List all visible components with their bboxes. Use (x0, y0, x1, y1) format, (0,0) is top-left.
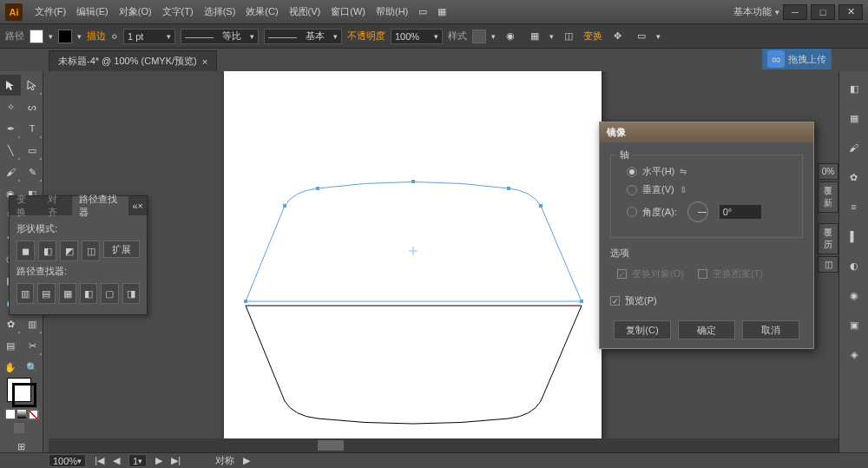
intersect-btn[interactable]: ◩ (60, 241, 78, 261)
tab-pathfinder[interactable]: 路径查找器 (72, 196, 129, 215)
transform-label[interactable]: 变换 (583, 30, 602, 43)
stroke-profile-select[interactable]: ———等比▾ (181, 29, 259, 44)
hand-tool[interactable]: ✋ (0, 357, 21, 378)
transform-icon2[interactable]: ▭ (632, 27, 651, 46)
trim-btn[interactable]: ▤ (37, 283, 55, 304)
stroke-label[interactable]: 描边 (87, 30, 106, 43)
graph-tool[interactable]: ▥ (22, 313, 43, 334)
close-tab-icon[interactable]: × (202, 56, 207, 67)
window-minimize[interactable]: ─ (783, 4, 807, 20)
opacity-label[interactable]: 不透明度 (347, 30, 385, 43)
angle-dial[interactable] (687, 201, 708, 222)
layers-panel-icon[interactable]: ◈ (844, 344, 865, 365)
nav-prev-icon[interactable]: ◀ (113, 455, 120, 466)
workspace-switcher[interactable]: 基本功能 (733, 5, 772, 18)
menu-icon-2[interactable]: ▦ (432, 3, 451, 22)
stroke-chevron-icon[interactable]: ▾ (77, 32, 82, 41)
side-label-2[interactable]: 覆历 (818, 223, 838, 254)
expand-btn[interactable]: 扩展 (103, 241, 140, 258)
recolor-icon[interactable]: ◉ (501, 27, 520, 46)
stroke-panel-icon[interactable]: ≡ (844, 196, 865, 217)
screen-mode-btn[interactable] (14, 423, 24, 433)
minus-back-btn[interactable]: ◨ (122, 283, 140, 304)
gradient-panel-icon[interactable]: ▌ (844, 226, 865, 247)
align-icon[interactable]: ▦ (525, 27, 544, 46)
menu-edit[interactable]: 编辑(E) (71, 0, 114, 24)
menu-file[interactable]: 文件(F) (30, 0, 71, 24)
copy-button[interactable]: 复制(C) (614, 320, 671, 339)
menu-window[interactable]: 窗口(W) (326, 0, 371, 24)
selected-path[interactable] (246, 182, 582, 302)
ok-button[interactable]: 确定 (678, 320, 735, 339)
status-more-icon[interactable]: ▶ (243, 455, 250, 466)
rectangle-tool[interactable]: ▭ (22, 140, 43, 161)
direct-selection-tool[interactable] (22, 75, 43, 96)
menu-effect[interactable]: 效果(C) (240, 0, 283, 24)
menu-object[interactable]: 对象(O) (114, 0, 157, 24)
artboard-tool[interactable]: ▤ (0, 335, 21, 356)
merge-btn[interactable]: ▦ (59, 283, 76, 304)
stroke-swatch[interactable] (58, 30, 72, 43)
paintbrush-tool[interactable]: 🖌 (0, 161, 21, 182)
zoom-tool[interactable]: 🔍 (22, 357, 43, 378)
brushes-panel-icon[interactable]: 🖌 (844, 137, 865, 158)
tab-transform[interactable]: 变换 (10, 196, 41, 215)
minus-front-btn[interactable]: ◧ (38, 241, 56, 261)
document-tab[interactable]: 未标题-4* @ 100% (CMYK/预览) × (49, 50, 217, 71)
transparency-panel-icon[interactable]: ◐ (844, 255, 865, 276)
style-chevron-icon[interactable]: ▾ (491, 32, 496, 41)
lasso-tool[interactable]: ᔕ (22, 96, 43, 117)
menu-help[interactable]: 帮助(H) (371, 0, 413, 24)
side-opacity[interactable]: 0% (818, 163, 838, 180)
graphic-style-swatch[interactable] (472, 30, 486, 43)
tab-align[interactable]: 对齐 (41, 196, 72, 215)
menu-view[interactable]: 视图(V) (284, 0, 326, 24)
appearance-panel-icon[interactable]: ◉ (844, 285, 865, 306)
scroll-thumb[interactable] (318, 440, 344, 451)
stroke-weight-input[interactable]: 1 pt▾ (123, 29, 175, 44)
exclude-btn[interactable]: ◫ (82, 241, 100, 261)
symbols-panel-icon[interactable]: ✿ (844, 167, 865, 188)
swatches-panel-icon[interactable]: ▦ (844, 108, 865, 129)
axis-angle-option[interactable]: 角度(A): (627, 199, 793, 225)
nav-next-icon[interactable]: ▶ (155, 455, 162, 466)
axis-vertical-option[interactable]: 垂直(V) ⥮ (627, 181, 793, 199)
stroke-color[interactable] (12, 383, 36, 407)
transform-icon1[interactable]: ✥ (608, 27, 627, 46)
cancel-button[interactable]: 取消 (742, 320, 799, 339)
color-panel-icon[interactable]: ◧ (844, 78, 865, 99)
menu-icon-1[interactable]: ▭ (413, 3, 432, 22)
none-mode-btn[interactable] (28, 409, 38, 419)
outline-btn[interactable]: ▢ (101, 283, 118, 304)
side-label-1[interactable]: 覆新 (818, 181, 838, 213)
window-close[interactable]: ✕ (838, 4, 863, 20)
type-tool[interactable]: T (22, 118, 43, 139)
stroke-weight-down-icon[interactable]: ≎ (111, 32, 118, 41)
mirrored-path[interactable] (246, 306, 582, 424)
side-icon-1[interactable]: ◫ (818, 256, 838, 273)
nav-last-icon[interactable]: ▶| (171, 455, 181, 466)
crop-btn[interactable]: ◧ (80, 283, 97, 304)
window-maximize[interactable]: □ (811, 4, 835, 20)
fill-swatch[interactable] (30, 30, 43, 43)
radio-horizontal[interactable] (627, 167, 637, 177)
pen-tool[interactable]: ✒ (0, 118, 21, 139)
pencil-tool[interactable]: ✎ (22, 161, 43, 182)
cb-preview[interactable]: ✓ (610, 296, 620, 306)
symbol-sprayer-tool[interactable]: ✿ (0, 313, 21, 334)
horizontal-scrollbar[interactable] (49, 438, 838, 452)
selection-tool[interactable] (0, 75, 21, 96)
angle-input[interactable] (719, 204, 762, 220)
fill-chevron-icon[interactable]: ▾ (49, 32, 53, 41)
line-tool[interactable]: ╲ (0, 140, 21, 161)
magic-wand-tool[interactable]: ✧ (0, 96, 21, 117)
artboard-nav-input[interactable]: 1 ▾ (128, 454, 147, 467)
graphic-styles-panel-icon[interactable]: ▣ (844, 314, 865, 335)
cloud-upload-button[interactable]: ∞ 拖拽上传 (762, 49, 832, 69)
menu-select[interactable]: 选择(S) (199, 0, 241, 24)
shape-icon[interactable]: ◫ (559, 27, 578, 46)
color-mode-btn[interactable] (5, 409, 16, 419)
nav-first-icon[interactable]: |◀ (95, 455, 104, 466)
opacity-input[interactable]: 100%▾ (391, 29, 443, 44)
panel-close-icon[interactable]: «× (128, 201, 147, 211)
